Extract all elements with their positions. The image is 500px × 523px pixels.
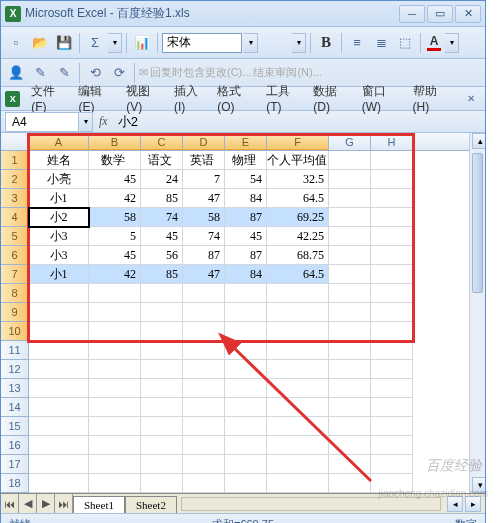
cell-C3[interactable]: 85 <box>141 189 183 208</box>
cell-D6[interactable]: 87 <box>183 246 225 265</box>
cell-F8[interactable] <box>267 284 329 303</box>
open-icon[interactable]: 📂 <box>29 32 51 54</box>
cell-F4[interactable]: 69.25 <box>267 208 329 227</box>
cell-E12[interactable] <box>225 360 267 379</box>
menu-o[interactable]: 格式(O) <box>212 81 261 116</box>
cell-F13[interactable] <box>267 379 329 398</box>
cell-B14[interactable] <box>89 398 141 417</box>
cell-C10[interactable] <box>141 322 183 341</box>
cell-H5[interactable] <box>371 227 413 246</box>
cell-C6[interactable]: 56 <box>141 246 183 265</box>
cell-G11[interactable] <box>329 341 371 360</box>
cell-C17[interactable] <box>141 455 183 474</box>
save-icon[interactable]: 💾 <box>53 32 75 54</box>
cell-F11[interactable] <box>267 341 329 360</box>
cell-D15[interactable] <box>183 417 225 436</box>
cell-B1[interactable]: 数学 <box>89 151 141 170</box>
hscroll-right-icon[interactable]: ▸ <box>465 496 481 512</box>
cell-A6[interactable]: 小3 <box>29 246 89 265</box>
cell-E2[interactable]: 54 <box>225 170 267 189</box>
cell-C2[interactable]: 24 <box>141 170 183 189</box>
align-left-icon[interactable]: ≡ <box>346 32 368 54</box>
cell-A10[interactable] <box>29 322 89 341</box>
cell-G12[interactable] <box>329 360 371 379</box>
cell-H6[interactable] <box>371 246 413 265</box>
menu-w[interactable]: 窗口(W) <box>357 81 408 116</box>
cell-G2[interactable] <box>329 170 371 189</box>
row-header-9[interactable]: 9 <box>1 303 29 322</box>
col-header-A[interactable]: A <box>29 133 89 150</box>
cell-D14[interactable] <box>183 398 225 417</box>
cell-G16[interactable] <box>329 436 371 455</box>
new-doc-icon[interactable]: ▫ <box>5 32 27 54</box>
col-header-G[interactable]: G <box>329 133 371 150</box>
track-changes-button[interactable]: ✉回复时包含更改(C)... <box>139 65 251 80</box>
cell-B15[interactable] <box>89 417 141 436</box>
cell-H13[interactable] <box>371 379 413 398</box>
cell-D2[interactable]: 7 <box>183 170 225 189</box>
tab-nav-prev[interactable]: ◀ <box>19 494 37 513</box>
col-header-F[interactable]: F <box>267 133 329 150</box>
sum-dropdown[interactable]: ▾ <box>108 33 122 53</box>
cell-A12[interactable] <box>29 360 89 379</box>
cell-E8[interactable] <box>225 284 267 303</box>
cell-A9[interactable] <box>29 303 89 322</box>
cell-G13[interactable] <box>329 379 371 398</box>
row-header-10[interactable]: 10 <box>1 322 29 341</box>
scroll-thumb[interactable] <box>472 153 483 293</box>
name-box-dropdown[interactable]: ▾ <box>79 112 93 132</box>
cell-G3[interactable] <box>329 189 371 208</box>
cell-A16[interactable] <box>29 436 89 455</box>
cell-E18[interactable] <box>225 474 267 493</box>
cell-A3[interactable]: 小1 <box>29 189 89 208</box>
cell-C7[interactable]: 85 <box>141 265 183 284</box>
cell-G5[interactable] <box>329 227 371 246</box>
cell-B13[interactable] <box>89 379 141 398</box>
tab-nav-next[interactable]: ▶ <box>37 494 55 513</box>
cell-F5[interactable]: 42.25 <box>267 227 329 246</box>
cell-A4[interactable]: 小2 <box>29 208 89 227</box>
cell-A18[interactable] <box>29 474 89 493</box>
cell-G10[interactable] <box>329 322 371 341</box>
align-center-icon[interactable]: ≣ <box>370 32 392 54</box>
cell-E13[interactable] <box>225 379 267 398</box>
row-header-17[interactable]: 17 <box>1 455 29 474</box>
cell-F9[interactable] <box>267 303 329 322</box>
end-review-button[interactable]: 结束审阅(N)... <box>253 65 321 80</box>
cell-G9[interactable] <box>329 303 371 322</box>
font-name-dropdown[interactable]: ▾ <box>244 33 258 53</box>
cell-E14[interactable] <box>225 398 267 417</box>
chart-icon[interactable]: 📊 <box>131 32 153 54</box>
cell-H4[interactable] <box>371 208 413 227</box>
row-header-16[interactable]: 16 <box>1 436 29 455</box>
bold-button[interactable]: B <box>315 32 337 54</box>
cell-B5[interactable]: 5 <box>89 227 141 246</box>
cell-H18[interactable] <box>371 474 413 493</box>
cell-B11[interactable] <box>89 341 141 360</box>
cell-B16[interactable] <box>89 436 141 455</box>
row-header-4[interactable]: 4 <box>1 208 29 227</box>
cell-B4[interactable]: 58 <box>89 208 141 227</box>
cell-C18[interactable] <box>141 474 183 493</box>
cell-F6[interactable]: 68.75 <box>267 246 329 265</box>
review-icon-1[interactable]: 👤 <box>5 62 27 84</box>
row-header-11[interactable]: 11 <box>1 341 29 360</box>
cell-H15[interactable] <box>371 417 413 436</box>
cell-F1[interactable]: 个人平均值 <box>267 151 329 170</box>
tab-nav-first[interactable]: ⏮ <box>1 494 19 513</box>
cell-G6[interactable] <box>329 246 371 265</box>
cell-G1[interactable] <box>329 151 371 170</box>
cell-F17[interactable] <box>267 455 329 474</box>
vertical-scrollbar[interactable]: ▴ ▾ <box>469 133 485 493</box>
cell-A1[interactable]: 姓名 <box>29 151 89 170</box>
scroll-up-icon[interactable]: ▴ <box>472 133 485 149</box>
cell-B2[interactable]: 45 <box>89 170 141 189</box>
font-color-button[interactable]: A <box>425 34 443 51</box>
scroll-down-icon[interactable]: ▾ <box>472 477 485 493</box>
doc-close-button[interactable]: ✕ <box>460 88 481 110</box>
fx-icon[interactable]: fx <box>93 114 114 129</box>
row-header-3[interactable]: 3 <box>1 189 29 208</box>
row-header-1[interactable]: 1 <box>1 151 29 170</box>
minimize-button[interactable]: ─ <box>399 5 425 23</box>
menu-h[interactable]: 帮助(H) <box>408 81 456 116</box>
